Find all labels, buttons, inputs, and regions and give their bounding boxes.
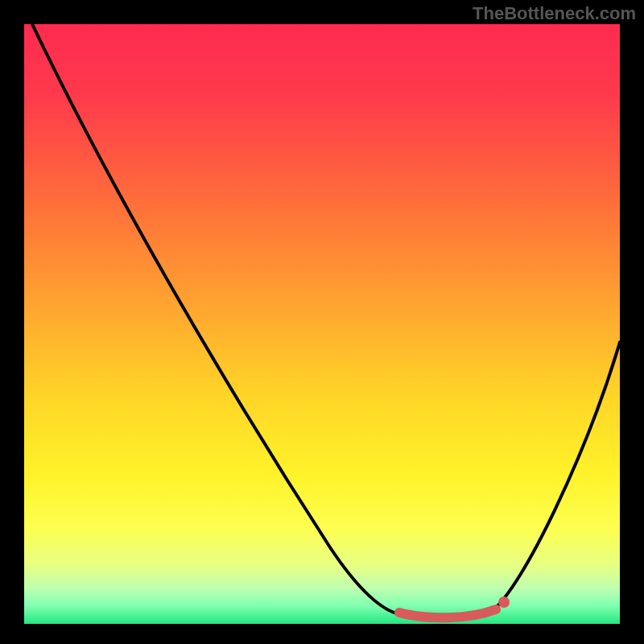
chart-container: TheBottleneck.com (0, 0, 644, 644)
bottleneck-plot (24, 24, 620, 624)
watermark-text: TheBottleneck.com (473, 3, 636, 24)
plot-svg (24, 24, 620, 624)
optimal-end-dot (498, 597, 510, 608)
